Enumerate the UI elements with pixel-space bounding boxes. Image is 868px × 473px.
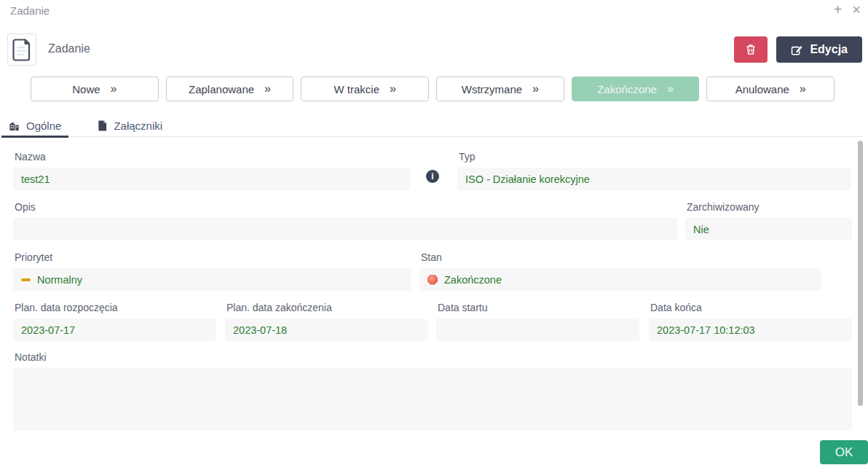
state-button-zaplanowane[interactable]: Zaplanowane » (166, 77, 294, 101)
edit-button-label: Edycja (810, 43, 848, 56)
chevron-right-icon: » (667, 82, 674, 95)
priority-dash-icon (21, 278, 31, 281)
field-label-opis: Opis (15, 201, 677, 213)
field-nazwa: test21 (13, 168, 410, 190)
chevron-right-icon: » (111, 82, 117, 95)
state-button-wstrzymane[interactable]: Wstrzymane » (436, 77, 564, 101)
field-stan: Zakończone (419, 268, 821, 291)
field-notatki (13, 368, 852, 431)
field-label-plan-data-zakonczenia: Plan. data zakończenia (226, 302, 427, 313)
entity-header: Zadanie (0, 33, 868, 66)
tab-ogolne[interactable]: Ogólne (6, 115, 64, 136)
tab-zalaczniki[interactable]: Załączniki (95, 115, 165, 136)
chevron-right-icon: » (800, 82, 806, 95)
field-data-konca: 2023-07-17 10:12:03 (649, 318, 852, 341)
chevron-right-icon: » (390, 82, 396, 95)
field-label-data-konca: Data końca (650, 302, 852, 313)
entity-title: Zadanie (48, 42, 90, 55)
field-label-data-startu: Data startu (438, 302, 639, 313)
tab-label: Ogólne (26, 120, 61, 132)
delete-button[interactable] (734, 36, 768, 63)
chevron-right-icon: » (264, 82, 271, 95)
state-button-w-trakcie[interactable]: W trakcie » (301, 77, 429, 101)
document-icon (7, 34, 36, 66)
field-priorytet: Normalny (13, 268, 411, 291)
field-label-plan-data-rozpoczecia: Plan. data rozpoczęcia (15, 302, 216, 313)
tab-label: Załączniki (114, 120, 162, 132)
field-zarchiwizowany: Nie (685, 218, 852, 241)
window-titlebar: Zadanie + × (0, 0, 868, 22)
field-label-priorytet: Priorytet (15, 251, 411, 263)
close-icon[interactable]: × (852, 1, 861, 17)
field-label-zarchiwizowany: Zarchiwizowany (687, 201, 852, 213)
general-form: Nazwa test21 Typ ISO - Działanie korekcy… (0, 138, 868, 473)
building-icon (9, 120, 20, 131)
window-title: Zadanie (10, 4, 50, 17)
plus-icon[interactable]: + (834, 1, 843, 17)
field-data-startu (436, 318, 639, 341)
chevron-right-icon: » (532, 82, 539, 95)
workflow-states: Nowe » Zaplanowane » W trakcie » Wstrzym… (31, 77, 835, 101)
state-button-zakonczone[interactable]: Zakończone » (572, 77, 700, 101)
field-label-notatki: Notatki (15, 351, 852, 363)
field-typ: ISO - Działanie korekcyjne (457, 168, 851, 190)
field-plan-data-zakonczenia: 2023-07-18 (225, 318, 427, 341)
pencil-icon (791, 44, 803, 56)
field-label-typ: Typ (459, 151, 851, 163)
task-window: Zadanie + × Zadanie (0, 0, 868, 473)
field-label-nazwa: Nazwa (15, 151, 410, 163)
vertical-scrollbar[interactable] (858, 141, 863, 406)
state-button-anulowane[interactable]: Anulowane » (706, 77, 835, 101)
field-plan-data-rozpoczecia: 2023-07-17 (13, 318, 216, 341)
stop-octagon-icon (427, 275, 438, 285)
field-opis (13, 218, 677, 241)
tabbar: Ogólne Załączniki (0, 115, 863, 137)
ok-button[interactable]: OK (820, 440, 868, 464)
info-icon[interactable]: i (426, 170, 439, 183)
file-icon (98, 120, 107, 131)
field-label-stan: Stan (421, 251, 821, 263)
trash-icon (744, 43, 757, 56)
state-button-nowe[interactable]: Nowe » (31, 77, 159, 101)
edit-button[interactable]: Edycja (776, 36, 862, 63)
